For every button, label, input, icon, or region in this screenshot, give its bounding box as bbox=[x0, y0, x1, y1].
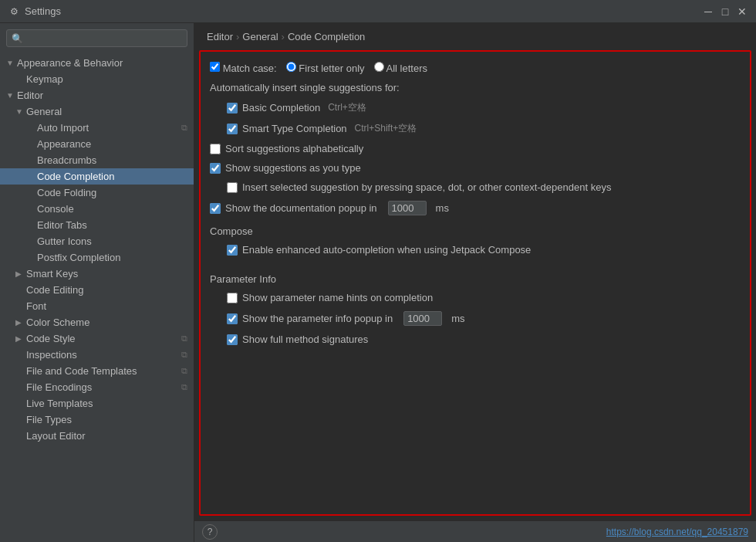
close-button[interactable]: ✕ bbox=[736, 5, 748, 18]
sidebar-item-label: Code Editing bbox=[26, 284, 187, 296]
sidebar-item-layout-editor[interactable]: Layout Editor bbox=[0, 428, 194, 444]
maximize-button[interactable]: □ bbox=[719, 5, 731, 18]
sidebar-item-auto-import[interactable]: Auto Import ⧉ bbox=[0, 120, 194, 136]
breadcrumb: Editor › General › Code Completion bbox=[194, 23, 756, 50]
show-param-popup-checkbox[interactable] bbox=[227, 313, 238, 324]
sidebar-item-postfix-completion[interactable]: Postfix Completion bbox=[0, 249, 194, 266]
show-full-method-label[interactable]: Show full method signatures bbox=[227, 334, 368, 345]
sidebar-item-color-scheme[interactable]: ▶ Color Scheme bbox=[0, 314, 194, 330]
show-param-popup-input[interactable] bbox=[403, 311, 442, 326]
sidebar-item-label: Appearance bbox=[37, 138, 187, 150]
smart-type-label[interactable]: Smart Type Completion bbox=[227, 123, 347, 134]
breadcrumb-sep1: › bbox=[236, 31, 239, 42]
copy-icon: ⧉ bbox=[181, 350, 187, 360]
sidebar-item-file-types[interactable]: File Types bbox=[0, 412, 194, 428]
auto-insert-label: Automatically insert single suggestions … bbox=[210, 82, 400, 93]
sidebar-item-code-folding[interactable]: Code Folding bbox=[0, 185, 194, 201]
sort-suggestions-label[interactable]: Sort suggestions alphabetically bbox=[210, 143, 363, 154]
show-suggestions-checkbox[interactable] bbox=[210, 163, 221, 174]
compose-row: Enable enhanced auto-completion when usi… bbox=[210, 240, 741, 259]
minimize-button[interactable]: ─ bbox=[702, 5, 714, 18]
sidebar-item-editor-tabs[interactable]: Editor Tabs bbox=[0, 217, 194, 233]
sidebar-item-code-completion[interactable]: Code Completion bbox=[0, 168, 194, 185]
sidebar-item-label: Console bbox=[37, 203, 187, 215]
title-bar-left: ⚙ Settings bbox=[8, 5, 61, 18]
insert-selected-label[interactable]: Insert selected suggestion by pressing s… bbox=[227, 181, 611, 193]
sidebar-item-general[interactable]: ▼ General bbox=[0, 103, 194, 120]
sidebar-item-label: Font bbox=[26, 300, 187, 312]
sidebar-item-gutter-icons[interactable]: Gutter Icons bbox=[0, 233, 194, 249]
sort-suggestions-row: Sort suggestions alphabetically bbox=[210, 139, 741, 158]
help-icon: ? bbox=[208, 527, 213, 537]
arrow-icon: ▶ bbox=[15, 318, 26, 327]
match-case-row: Match case: First letter only All letter… bbox=[210, 58, 741, 78]
sidebar-item-breadcrumbs[interactable]: Breadcrumbs bbox=[0, 152, 194, 168]
insert-selected-checkbox[interactable] bbox=[227, 182, 238, 193]
sidebar-item-editor[interactable]: ▼ Editor bbox=[0, 87, 194, 103]
breadcrumb-sep2: › bbox=[282, 31, 285, 42]
show-suggestions-label[interactable]: Show suggestions as you type bbox=[210, 162, 361, 174]
show-param-hints-checkbox[interactable] bbox=[227, 293, 238, 303]
sidebar-item-label: File and Code Templates bbox=[26, 365, 181, 377]
sidebar-item-inspections[interactable]: Inspections ⧉ bbox=[0, 347, 194, 363]
show-doc-popup-input[interactable] bbox=[388, 201, 427, 215]
compose-label[interactable]: Enable enhanced auto-completion when usi… bbox=[227, 244, 531, 256]
show-param-hints-label[interactable]: Show parameter name hints on completion bbox=[227, 292, 433, 303]
first-letter-only-label[interactable]: First letter only bbox=[286, 62, 365, 74]
basic-completion-shortcut: Ctrl+空格 bbox=[328, 101, 366, 114]
sidebar-item-live-templates[interactable]: Live Templates bbox=[0, 395, 194, 412]
all-letters-label[interactable]: All letters bbox=[374, 62, 427, 74]
sidebar-item-file-encodings[interactable]: File Encodings ⧉ bbox=[0, 379, 194, 395]
first-letter-only-radio[interactable] bbox=[286, 62, 296, 72]
sidebar-item-appearance-behavior[interactable]: ▼ Appearance & Behavior bbox=[0, 55, 194, 71]
sidebar-item-file-code-templates[interactable]: File and Code Templates ⧉ bbox=[0, 363, 194, 379]
match-case-label[interactable]: Match case: bbox=[210, 62, 277, 74]
sidebar: 🔍 ▼ Appearance & Behavior Keymap ▼ Edito… bbox=[0, 23, 194, 542]
sidebar-item-label: Code Completion bbox=[37, 171, 187, 182]
sidebar-item-code-editing[interactable]: Code Editing bbox=[0, 282, 194, 298]
main-layout: 🔍 ▼ Appearance & Behavior Keymap ▼ Edito… bbox=[0, 23, 756, 542]
sidebar-item-label: General bbox=[26, 106, 187, 117]
arrow-icon: ▼ bbox=[15, 107, 26, 116]
sidebar-item-smart-keys[interactable]: ▶ Smart Keys bbox=[0, 266, 194, 282]
sidebar-item-code-style[interactable]: ▶ Code Style ⧉ bbox=[0, 330, 194, 347]
show-doc-popup-row: Show the documentation popup in ms bbox=[210, 197, 741, 219]
sidebar-item-font[interactable]: Font bbox=[0, 298, 194, 314]
all-letters-radio[interactable] bbox=[374, 62, 384, 72]
show-full-method-row: Show full method signatures bbox=[210, 330, 741, 349]
compose-checkbox[interactable] bbox=[227, 245, 238, 256]
show-param-popup-label[interactable]: Show the parameter info popup in bbox=[227, 313, 393, 324]
show-full-method-checkbox[interactable] bbox=[227, 334, 238, 345]
show-doc-popup-label[interactable]: Show the documentation popup in bbox=[210, 202, 377, 214]
sort-suggestions-checkbox[interactable] bbox=[210, 144, 221, 154]
sidebar-item-label: Editor Tabs bbox=[37, 219, 187, 231]
sidebar-item-keymap[interactable]: Keymap bbox=[0, 71, 194, 87]
sidebar-item-label: Inspections bbox=[26, 349, 181, 361]
auto-insert-row: Automatically insert single suggestions … bbox=[210, 78, 741, 97]
copy-icon: ⧉ bbox=[181, 123, 187, 133]
arrow-icon: ▶ bbox=[15, 334, 26, 343]
search-input[interactable] bbox=[26, 32, 182, 44]
sidebar-item-console[interactable]: Console bbox=[0, 201, 194, 217]
show-doc-popup-unit: ms bbox=[436, 202, 449, 214]
basic-completion-label[interactable]: Basic Completion bbox=[227, 102, 320, 113]
insert-selected-row: Insert selected suggestion by pressing s… bbox=[210, 178, 741, 197]
content-area: Editor › General › Code Completion Match… bbox=[194, 23, 756, 542]
sidebar-item-appearance[interactable]: Appearance bbox=[0, 136, 194, 152]
arrow-icon: ▶ bbox=[15, 269, 26, 278]
window-controls: ─ □ ✕ bbox=[702, 5, 748, 18]
show-doc-popup-checkbox[interactable] bbox=[210, 203, 221, 214]
smart-type-checkbox[interactable] bbox=[227, 124, 238, 134]
basic-completion-checkbox[interactable] bbox=[227, 103, 238, 113]
parameter-info-section-title: Parameter Info bbox=[210, 267, 741, 288]
match-case-checkbox[interactable] bbox=[210, 62, 220, 72]
sidebar-item-label: Color Scheme bbox=[26, 317, 187, 328]
show-suggestions-row: Show suggestions as you type bbox=[210, 158, 741, 178]
breadcrumb-code-completion: Code Completion bbox=[288, 31, 365, 42]
help-button[interactable]: ? bbox=[202, 524, 218, 540]
sidebar-item-label: Layout Editor bbox=[26, 430, 187, 442]
show-param-popup-unit: ms bbox=[451, 313, 464, 324]
smart-type-shortcut: Ctrl+Shift+空格 bbox=[355, 122, 417, 135]
search-box[interactable]: 🔍 bbox=[6, 29, 187, 47]
breadcrumb-editor: Editor bbox=[207, 31, 233, 42]
